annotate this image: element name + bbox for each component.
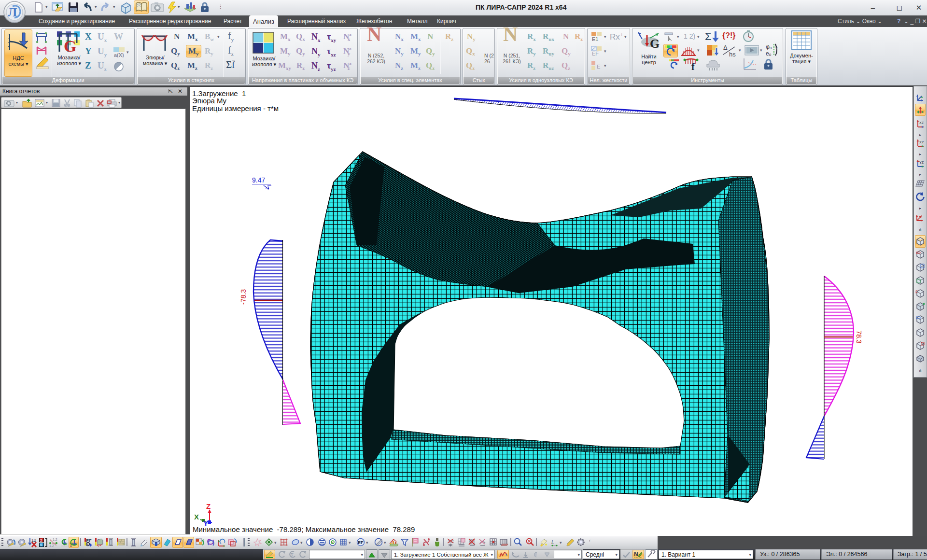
svg-text:Y: Y bbox=[203, 519, 208, 527]
svg-text:a(X): a(X) bbox=[114, 52, 124, 57]
svg-text:L: L bbox=[551, 539, 554, 545]
svg-text:G: G bbox=[650, 37, 660, 51]
svg-text:f: f bbox=[691, 61, 695, 71]
svg-text:eₒ: eₒ bbox=[766, 50, 772, 57]
svg-text:φₒ: φₒ bbox=[766, 43, 772, 50]
svg-text:X: X bbox=[194, 513, 199, 521]
svg-text:G: G bbox=[64, 37, 76, 54]
svg-text:1.2: 1.2 bbox=[49, 544, 54, 547]
svg-text:XY: XY bbox=[919, 140, 924, 144]
svg-text:Σ: Σ bbox=[705, 30, 712, 42]
svg-text:2: 2 bbox=[40, 538, 42, 543]
svg-text:YZ: YZ bbox=[919, 161, 924, 164]
svg-text:78.3: 78.3 bbox=[855, 330, 863, 343]
svg-text:-78.3: -78.3 bbox=[239, 289, 247, 305]
svg-text:EF: EF bbox=[592, 51, 599, 56]
svg-text:12: 12 bbox=[31, 538, 36, 543]
svg-text:EF: EF bbox=[358, 540, 364, 545]
svg-text:9.47: 9.47 bbox=[252, 176, 265, 184]
svg-text:6: 6 bbox=[40, 543, 42, 547]
svg-text:E: E bbox=[597, 64, 600, 70]
svg-text:N: N bbox=[634, 551, 638, 558]
svg-text:Z: Z bbox=[206, 502, 211, 510]
svg-text:hs: hs bbox=[729, 51, 736, 57]
svg-text:XZ: XZ bbox=[919, 121, 924, 125]
svg-text:E1: E1 bbox=[592, 36, 598, 42]
svg-text:Σ: Σ bbox=[291, 553, 294, 558]
svg-text:Δ: Δ bbox=[723, 44, 728, 51]
svg-text:1.2: 1.2 bbox=[53, 538, 57, 541]
